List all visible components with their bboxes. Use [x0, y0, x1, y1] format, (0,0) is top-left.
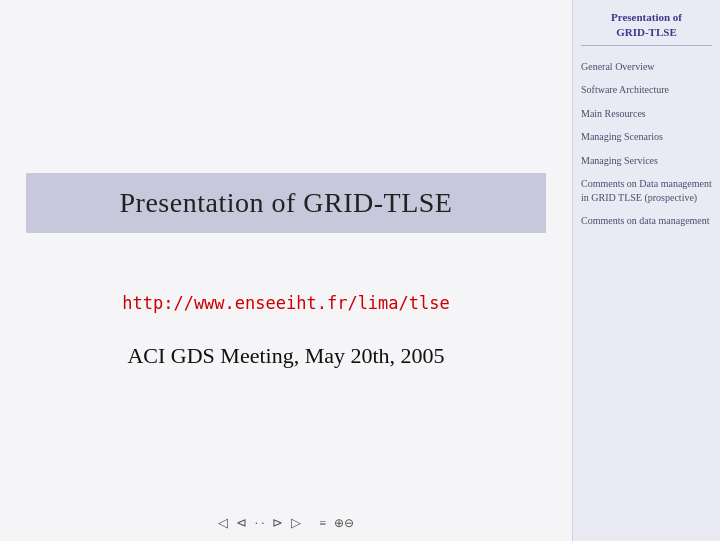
slide-title-box: Presentation of GRID-TLSE [26, 173, 546, 233]
sidebar: Presentation ofGRID-TLSE General Overvie… [572, 0, 720, 541]
nav-prev-icon[interactable]: ◁ [218, 515, 228, 531]
nav-next-icon[interactable]: ▷ [291, 515, 301, 531]
sidebar-item-general-overview[interactable]: General Overview [581, 60, 712, 74]
nav-prev-fast-icon[interactable]: ⊲ [236, 515, 247, 531]
nav-zoom-icon[interactable]: ⊕⊖ [334, 516, 354, 531]
sidebar-item-comments-data[interactable]: Comments on data management [581, 214, 712, 228]
nav-bar: ◁ ⊲ · · ⊳ ▷ ≡ ⊕⊖ [0, 515, 572, 531]
slide-url[interactable]: http://www.enseeiht.fr/lima/tlse [122, 293, 450, 313]
sidebar-item-comments-data-grid[interactable]: Comments on Data management in GRID TLSE… [581, 177, 712, 204]
slide-title: Presentation of GRID-TLSE [120, 187, 453, 218]
sidebar-item-software-architecture[interactable]: Software Architecture [581, 83, 712, 97]
sidebar-item-managing-scenarios[interactable]: Managing Scenarios [581, 130, 712, 144]
slide-subtitle: ACI GDS Meeting, May 20th, 2005 [127, 343, 444, 369]
sidebar-item-managing-services[interactable]: Managing Services [581, 154, 712, 168]
main-container: Presentation of GRID-TLSE http://www.ens… [0, 0, 720, 541]
sidebar-title: Presentation ofGRID-TLSE [581, 10, 712, 46]
nav-dots: · · [255, 515, 265, 531]
slide-area: Presentation of GRID-TLSE http://www.ens… [0, 0, 572, 541]
sidebar-item-main-resources[interactable]: Main Resources [581, 107, 712, 121]
nav-slide-icon: ≡ [319, 516, 326, 531]
nav-next-fast-icon[interactable]: ⊳ [272, 515, 283, 531]
